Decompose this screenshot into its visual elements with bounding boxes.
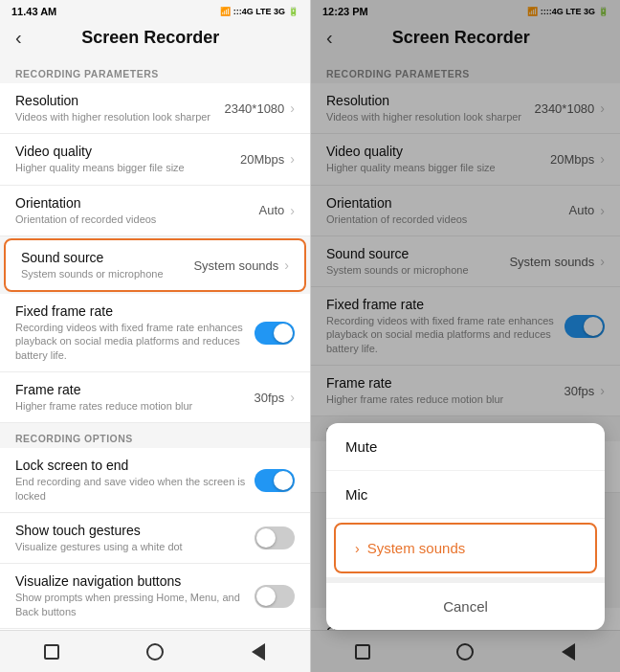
sound-source-chevron: › (284, 258, 289, 273)
dropdown-mute-item[interactable]: Mute (326, 423, 605, 471)
resolution-item[interactable]: Resolution Videos with higher resolution… (0, 83, 310, 134)
left-status-icons: 📶 :::4G LTE 3G 🔋 (220, 7, 299, 16)
orientation-chevron: › (290, 203, 295, 218)
left-recording-params-label: RECORDING PARAMETERS (0, 58, 310, 83)
fixed-frame-rate-title: Fixed frame rate (15, 303, 255, 319)
left-home-button[interactable] (142, 638, 168, 665)
fixed-frame-rate-toggle-thumb (274, 324, 293, 343)
frame-rate-title: Frame rate (15, 382, 247, 397)
fixed-frame-rate-item[interactable]: Fixed frame rate Recording videos with f… (0, 294, 310, 372)
left-home-icon (146, 643, 164, 661)
lock-screen-toggle-thumb (274, 471, 293, 490)
left-battery-icon: 🔋 (288, 7, 299, 16)
left-stop-button[interactable] (38, 638, 65, 665)
video-quality-subtitle: Higher quality means bigger file size (15, 161, 232, 174)
right-panel: 12:23 PM 📶 ::::4G LTE 3G 🔋 ‹ Screen Reco… (310, 0, 620, 672)
left-back-button[interactable]: ‹ (15, 27, 22, 49)
left-network-icon: :::4G LTE 3G (233, 7, 285, 16)
left-recording-options-label: RECORDING OPTIONS (0, 423, 310, 448)
lock-screen-subtitle: End recording and save video when the sc… (15, 475, 255, 503)
resolution-value: 2340*1080 (224, 101, 284, 116)
dropdown-cancel-button[interactable]: Cancel (326, 577, 605, 630)
sound-source-item[interactable]: Sound source System sounds or microphone… (4, 238, 306, 292)
left-page-title: Screen Recorder (30, 28, 272, 48)
video-quality-title: Video quality (15, 144, 232, 159)
frame-rate-chevron: › (290, 390, 295, 405)
dropdown-system-sounds-item[interactable]: › System sounds (334, 523, 597, 573)
dropdown-mic-label: Mic (345, 486, 367, 503)
resolution-subtitle: Videos with higher resolution look sharp… (15, 110, 216, 123)
frame-rate-item[interactable]: Frame rate Higher frame rates reduce mot… (0, 372, 310, 423)
resolution-title: Resolution (15, 93, 216, 108)
dropdown-system-sounds-label: System sounds (367, 540, 466, 556)
left-back-nav-button[interactable] (245, 638, 272, 665)
show-touch-gestures-toggle[interactable] (255, 526, 295, 549)
visualize-nav-buttons-toggle[interactable] (255, 585, 295, 608)
visualize-nav-buttons-toggle-thumb (256, 587, 276, 606)
sound-source-value: System sounds (193, 258, 278, 273)
left-back-nav-icon (252, 643, 265, 661)
sound-source-title: Sound source (21, 250, 186, 265)
show-touch-gestures-title: Show touch gestures (15, 523, 255, 538)
visualize-nav-buttons-title: Visualize navigation buttons (15, 573, 255, 589)
left-time: 11.43 AM (11, 6, 56, 17)
left-status-bar: 11.43 AM 📶 :::4G LTE 3G 🔋 (0, 0, 310, 21)
lock-screen-title: Lock screen to end (15, 458, 255, 473)
visualize-nav-buttons-item[interactable]: Visualize navigation buttons Show prompt… (0, 564, 310, 629)
visualize-nav-buttons-subtitle: Show prompts when pressing Home, Menu, a… (15, 591, 255, 618)
fixed-frame-rate-toggle[interactable] (255, 322, 295, 345)
orientation-title: Orientation (15, 195, 252, 211)
frame-rate-subtitle: Higher frame rates reduce motion blur (15, 399, 247, 413)
left-signal-icon: 📶 (220, 7, 231, 16)
sound-source-subtitle: System sounds or microphone (21, 267, 186, 280)
video-quality-chevron: › (290, 151, 295, 167)
left-header: ‹ Screen Recorder (0, 21, 310, 58)
show-touch-gestures-toggle-thumb (256, 528, 276, 548)
orientation-value: Auto (259, 203, 285, 217)
resolution-chevron: › (290, 101, 295, 116)
show-touch-gestures-item[interactable]: Show touch gestures Visualize gestures u… (0, 513, 310, 564)
dropdown-selected-icon: › (355, 541, 360, 556)
orientation-subtitle: Orientation of recorded videos (15, 213, 252, 226)
show-touch-gestures-subtitle: Visualize gestures using a white dot (15, 540, 255, 553)
left-nav-bar (0, 630, 310, 672)
lock-screen-item[interactable]: Lock screen to end End recording and sav… (0, 448, 310, 513)
fixed-frame-rate-subtitle: Recording videos with fixed frame rate e… (15, 321, 255, 362)
dropdown-mute-label: Mute (345, 438, 377, 455)
video-quality-value: 20Mbps (240, 152, 284, 167)
left-scroll-content: RECORDING PARAMETERS Resolution Videos w… (0, 58, 310, 630)
left-stop-icon (44, 644, 59, 660)
dropdown-mic-item[interactable]: Mic (326, 471, 605, 519)
frame-rate-value: 30fps (255, 391, 285, 405)
lock-screen-toggle[interactable] (255, 469, 295, 492)
left-panel: 11.43 AM 📶 :::4G LTE 3G 🔋 ‹ Screen Recor… (0, 0, 310, 672)
video-quality-item[interactable]: Video quality Higher quality means bigge… (0, 134, 310, 185)
orientation-item[interactable]: Orientation Orientation of recorded vide… (0, 186, 310, 236)
sound-source-dropdown: Mute Mic › System sounds Cancel (326, 423, 605, 630)
